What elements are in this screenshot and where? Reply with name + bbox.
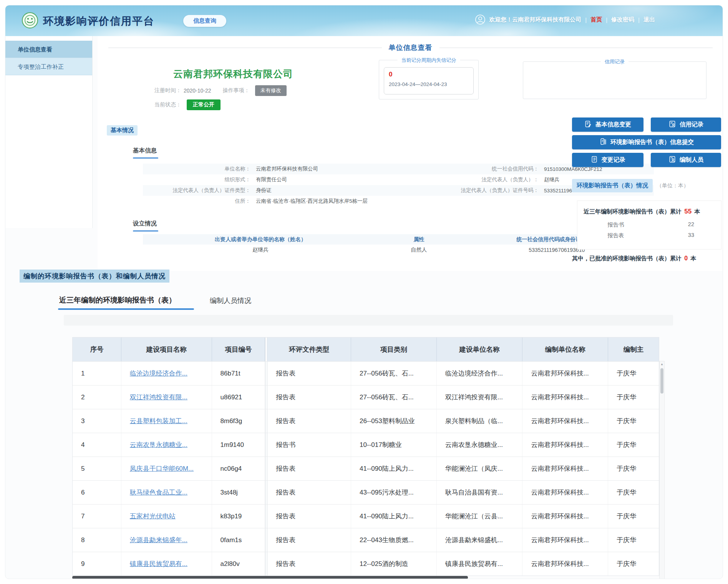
doc-person-icon <box>668 120 676 129</box>
table-toolbar-band <box>64 315 673 326</box>
vertical-scroll-thumb[interactable] <box>660 368 663 394</box>
report-table-cell: 7 <box>73 505 121 528</box>
project-link[interactable]: 沧源县勐来锦盛年... <box>130 536 187 544</box>
table-row: 6耿马绿色食品工业...3st48j报告表43--095污水处理...耿马自治县… <box>73 480 659 504</box>
project-link[interactable]: 云县塑料包装加工... <box>130 417 187 425</box>
report-table-cell: 耿马绿色食品工业... <box>121 481 212 504</box>
info-query-button[interactable]: 信息查询 <box>183 15 226 27</box>
report-table-cell: 0fam1s <box>212 528 265 552</box>
report-table-cell: 华能澜沧江（凤庆... <box>437 457 523 480</box>
project-link[interactable]: 凤庆县干口华能60M... <box>130 464 194 473</box>
report-table-cell: 43--095污水处理... <box>351 481 437 504</box>
report-table-cell: 报告表 <box>267 457 351 480</box>
setup-col-header: 出资人或者举办单位等的名称（姓名） <box>143 236 378 243</box>
sidebar: 单位信息查看专项整治工作补正 <box>5 36 93 228</box>
other-prefix: 其中，已批准的环境影响报告书（表）累计 <box>572 255 682 261</box>
report-table-cell: 于庆华 <box>608 433 659 457</box>
scroll-up-arrow[interactable]: ▲ <box>660 361 664 367</box>
report-table-cell: 2 <box>73 385 121 409</box>
report-table-cell: 8m6f3g <box>212 409 265 433</box>
unit-info-card: 单位信息查看 云南君邦环保科技有限公司 注册时间： 2020-10-22 操作事… <box>98 36 723 271</box>
table-row: 4云南农垦永德糖业...1m9140报告书10--017制糖业云南农垦永德糖业.… <box>73 433 659 457</box>
report-table-cell: 于庆华 <box>608 385 659 409</box>
report-table-cell: 报告表 <box>267 505 351 528</box>
report-table-cell: u86921 <box>212 385 265 409</box>
field-label: 法定代表人（负责人）证件类型： <box>143 187 250 194</box>
top-link-3[interactable]: 退出 <box>643 16 655 23</box>
active-tab-underline <box>58 308 194 310</box>
score-fieldset: 当前记分周期内失信记分 0 2023-04-24—2024-04-23 <box>379 60 479 99</box>
report-table-cell: 沧源县勐来锦盛年... <box>121 528 212 552</box>
report-table-cell: 1m9140 <box>212 433 265 457</box>
project-link[interactable]: 双江祥鸿投资有限... <box>130 393 187 402</box>
project-link[interactable]: 云南农垦永德糖业... <box>130 440 187 449</box>
report-table-cell: a2l80v <box>212 552 265 576</box>
report-table-header-cell: 序号 <box>73 337 121 361</box>
report-table-cell: 报告表 <box>267 409 351 433</box>
horizontal-scroll-thumb[interactable] <box>72 576 468 579</box>
table-row: 9镇康县民族贸易有...a2l80v报告表12--025酒的制造镇康县民族贸易有… <box>73 552 659 576</box>
credit-record-fieldset: 信用记录 <box>523 61 706 99</box>
doc-list-icon <box>590 156 598 165</box>
report-table-header-cell: 建设项目名称 <box>121 337 212 361</box>
doc-edit-icon <box>584 120 592 129</box>
report-table-cell: 10--017制糖业 <box>351 433 437 457</box>
change-record-button[interactable]: 变更记录 <box>572 153 643 167</box>
setup-cell: 赵继兵 <box>143 247 378 253</box>
report-table-header-cell: 项目类别 <box>351 337 437 361</box>
report-table-cell: 双江祥鸿投资有限... <box>437 385 523 409</box>
tab-staff-info[interactable]: 编制人员情况 <box>210 296 251 305</box>
sidebar-item-2[interactable]: 专项整治工作补正 <box>5 58 92 75</box>
report-table-cell: 云县塑料包装加工... <box>121 409 212 433</box>
report-table-cell: 泉兴塑料制品（临... <box>437 409 523 433</box>
credit-record-button[interactable]: 信用记录 <box>651 117 721 132</box>
top-banner: 环境影响评价信用平台 信息查询 欢迎您！云南君邦环保科技有限公司 | 首页|修改… <box>5 5 723 36</box>
stat-label: 报告表 <box>607 232 624 239</box>
top-link-2[interactable]: 修改密码 <box>611 16 634 23</box>
report-table-cell: 云南农垦永德糖业... <box>121 433 212 457</box>
summary-count: 55 <box>683 208 693 215</box>
report-table-cell: 云南君邦环保科技... <box>522 433 608 457</box>
top-link-1[interactable]: 首页 <box>590 16 602 23</box>
summary-unit: 本 <box>694 208 700 215</box>
score-period: 2023-04-24—2024-04-23 <box>389 81 469 87</box>
field-value: 有限责任公司 <box>250 176 416 183</box>
report-table-cell: 报告表 <box>267 528 351 552</box>
staff-button[interactable]: 编制人员 <box>651 153 721 167</box>
report-table-cell: 于庆华 <box>608 409 659 433</box>
report-table-cell: 临沧边境经济合作... <box>437 362 523 385</box>
link-separator: | <box>585 17 587 23</box>
tab-recent-reports[interactable]: 近三年编制的环境影响报告书（表） <box>59 295 176 305</box>
report-table-cell: 云南君邦环保科技... <box>522 528 608 552</box>
project-link[interactable]: 镇康县民族贸易有... <box>130 559 187 568</box>
report-table-cell: 3st48j <box>212 481 265 504</box>
report-table-cell: 1 <box>73 362 121 385</box>
sidebar-item-1[interactable]: 单位信息查看 <box>5 41 92 58</box>
table-vertical-scrollbar[interactable]: ▲ <box>659 361 665 579</box>
score-value: 0 <box>389 71 469 78</box>
report-table-cell: 6 <box>73 481 121 504</box>
report-table-cell: 报告表 <box>267 481 351 504</box>
project-link[interactable]: 临沧边境经济合作... <box>130 369 187 378</box>
report-table-cell: 27--056砖瓦、石... <box>351 362 437 385</box>
report-submit-button[interactable]: 环境影响报告书（表）信息提交 <box>572 135 721 149</box>
stat-row: 报告书 22 <box>577 218 721 228</box>
report-table-cell: 于庆华 <box>608 457 659 480</box>
report-table-cell: 4 <box>73 433 121 457</box>
report-table-cell: 于庆华 <box>608 481 659 504</box>
link-separator: | <box>638 17 640 23</box>
tab-setup-info[interactable]: 设立情况 <box>133 220 158 232</box>
other-count: 0 <box>683 255 689 261</box>
report-table-cell: nc06g4 <box>212 457 265 480</box>
report-table-cell: k83p19 <box>212 505 265 528</box>
table-row: 7五家村光伏电站k83p19报告表41--090陆上风力...华能澜沧江（云县.… <box>73 504 659 528</box>
project-link[interactable]: 耿马绿色食品工业... <box>130 488 187 497</box>
project-link[interactable]: 五家村光伏电站 <box>130 512 176 521</box>
report-table-cell: 五家村光伏电站 <box>121 505 212 528</box>
report-table-cell: 于庆华 <box>608 362 659 385</box>
basic-info-change-button[interactable]: 基本信息变更 <box>572 117 643 132</box>
report-table-cell: 于庆华 <box>608 528 659 552</box>
report-table-cell: 沧源县勐来锦盛机... <box>437 528 523 552</box>
report-table-cell: 41--090陆上风力... <box>351 505 437 528</box>
tab-basic-info[interactable]: 基本信息 <box>133 147 158 159</box>
